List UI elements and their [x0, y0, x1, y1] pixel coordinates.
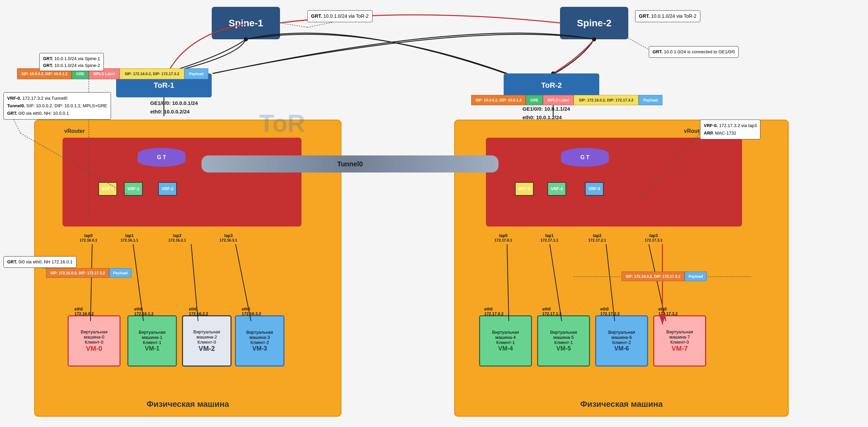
- vm2-eth-label: eth0172.16.2.2: [189, 307, 208, 316]
- vm6-eth-label: eth0172.17.2.2: [600, 307, 620, 316]
- pkt-inner-left: SIP: 172.16.0.2, DIP: 172.17.3.2: [120, 68, 184, 79]
- grt-spine2-info: GRT. 10.0.1.0/24 via ToR-2: [635, 10, 700, 22]
- vm5-eth-label: eth0172.17.1.2: [542, 307, 562, 316]
- pkt-gre-right: GRE: [526, 95, 543, 105]
- packet-strip-vm0: SIP: 172.16.0.2, DIP: 172.17.3.2 Payload: [46, 268, 131, 278]
- vrf3-right: VRF-3: [515, 182, 534, 196]
- tor2-node: ToR-2: [504, 73, 599, 97]
- grt-tor1-line1: GRT. 10.0.1.0/24 via Spine-1: [43, 55, 100, 62]
- pkt-sip-vm7: SIP: 172.16.0.2, DIP: 172.17.3.2: [621, 272, 685, 281]
- vm6-id: VM-6: [614, 345, 629, 352]
- gre-cylinder-left: G T: [138, 148, 185, 167]
- spine-2-node: Spine-2: [560, 7, 628, 39]
- tor1-eth-label: eth0: 10.0.0.2/24: [150, 109, 190, 114]
- phys-machine-2-label: Физическая машина: [455, 399, 788, 409]
- physical-machine-2: Физическая машина vRouter G T VRF-3 VRF-…: [454, 120, 789, 417]
- vm1-id: VM-1: [145, 345, 159, 352]
- vm5-id: VM-5: [556, 345, 571, 352]
- vm6-box: Виртуальная машина-6 Клиент-2 VM-6: [595, 315, 648, 367]
- vm0-id: VM-0: [86, 345, 102, 353]
- tap1-left-label: tap1 172.16.1.1: [121, 233, 138, 242]
- grt-spine1-info: GRT. 10.0.1.0/24 via ToR-2: [307, 10, 373, 22]
- vrf5-right: VRF-5: [585, 182, 604, 196]
- spine-1-node: Spine-1: [212, 7, 280, 39]
- tap3-left-label: tap3 172.16.3.1: [220, 233, 237, 242]
- vm7-eth-label: eth0172.17.3.2: [658, 307, 678, 316]
- pkt-payload-vm0: Payload: [109, 268, 131, 278]
- diagram-container: Spine-1 Spine-2 GRT. 10.0.1.0/24 via ToR…: [0, 0, 868, 427]
- tap0-right-label: tap0 172.17.0.1: [494, 233, 512, 242]
- grt-tor2-info: GRT. 10.0.1.0/24 is connected to GE1/0/0: [649, 46, 739, 58]
- vm3-box: Виртуальная машина-3 Клиент-2 VM-3: [235, 315, 284, 367]
- grt-spine1-text: GRT. 10.0.1.0/24 via ToR-2: [311, 13, 369, 19]
- tap2-right-label: tap2 172.17.2.1: [588, 233, 606, 242]
- vrouter-left: vRouter G T VRF-0 VRF-1 VRF-2: [62, 138, 302, 226]
- pkt-payload-vm7: Payload: [685, 272, 707, 281]
- vrf1-left: VRF-1: [124, 182, 143, 196]
- vm2-id: VM-2: [199, 345, 215, 353]
- gre-cylinder-right: G T: [561, 148, 609, 167]
- packet-strip-vm7: SIP: 172.16.0.2, DIP: 172.17.3.2 Payload: [621, 272, 707, 281]
- vm7-box: Виртуальная машина-7 Клиент-0 VM-7: [653, 315, 706, 367]
- vrf0-left-info: VRF-0. 172.17.3.2 via Tunnel0 Tunnel0. S…: [3, 92, 111, 120]
- vm1-eth-label: eth0172.16.1.2: [134, 307, 154, 316]
- vm0-box: Виртуальная машина-0 Клиент-0 VM-0: [68, 315, 121, 367]
- pkt-payload-right: Payload: [639, 95, 662, 105]
- vrouter-left-label: vRouter: [64, 128, 85, 134]
- vm3-eth-label: eth0172.16.3.2: [242, 307, 261, 316]
- pkt-sip-vm0: SIP: 172.16.0.2, DIP: 172.17.3.2: [46, 268, 109, 278]
- grt-tor2-text: GRT. 10.0.1.0/24 is connected to GE1/0/0: [653, 49, 735, 54]
- spine-2-label: Spine-2: [577, 18, 611, 29]
- vm5-box: Виртуальная машина-5 Клиент-1 VM-5: [537, 315, 590, 367]
- spine-1-label: Spine-1: [228, 18, 263, 29]
- tor1-ge-label: GE1/0/0: 10.0.0.1/24: [150, 100, 198, 106]
- vm7-id: VM-7: [672, 345, 688, 353]
- vm0-eth-label: eth0172.16.0.2: [74, 307, 94, 316]
- vrf0-right-info: VRF-0. 172.17.3.2 via tap3 ARP. MAC-1732: [700, 120, 760, 139]
- tap2-left-label: tap2 172.16.2.1: [168, 233, 186, 242]
- vrf4-right: VRF-4: [547, 182, 566, 196]
- vm1-box: Виртуальная машина-1 Клиент-1 VM-1: [127, 315, 177, 367]
- tor-watermark: ToR: [259, 109, 305, 137]
- tunnel0-label: Tunnel0: [337, 160, 363, 168]
- grt-tor1-info: GRT. 10.0.1.0/24 via Spine-1 GRT. 10.0.1…: [39, 53, 104, 71]
- vrouter-right: vRouter G T VRF-3 VRF-4 VRF-5: [486, 138, 742, 226]
- grt-tor1-line2: GRT. 10.0.1.0/24 via Spine-2: [43, 62, 100, 69]
- grt-spine2-text: GRT. 10.0.1.0/24 via ToR-2: [639, 13, 697, 19]
- phys-machine-1-label: Физическая машина: [35, 399, 340, 409]
- vrf2-left: VRF-2: [158, 182, 177, 196]
- svg-line-16: [280, 23, 307, 27]
- vrf0-left: VRF-0: [98, 182, 117, 196]
- pkt-sip-dip-right: SIP: 10.0.0.2, DIP: 10.0.1.2: [471, 95, 526, 105]
- pkt-mpls-right: MPLS Label: [543, 95, 574, 105]
- packet-strip-tor2: SIP: 10.0.0.2, DIP: 10.0.1.2 GRE MPLS La…: [471, 95, 662, 105]
- tap0-left-label: tap0 172.16.0.1: [80, 233, 97, 242]
- pkt-payload-left: Payload: [184, 68, 208, 79]
- vm4-id: VM-4: [498, 345, 513, 352]
- vm3-id: VM-3: [252, 345, 267, 352]
- pkt-inner-right: SIP: 172.16.0.2, DIP: 172.17.3.2: [574, 95, 639, 105]
- grt-vm0-info: GRT. 0/0 via eth0, NH 172.16.0.1: [3, 256, 76, 268]
- vm4-box: Виртуальная машина-4 Клиент-1 VM-4: [479, 315, 532, 367]
- tor1-label: ToR-1: [154, 81, 174, 90]
- vm4-eth-label: eth0172.17.0.2: [484, 307, 504, 316]
- tap3-right-label: tap3 172.17.3.1: [645, 233, 662, 242]
- vm2-box: Виртуальная машина-2 Клиент-0 VM-2: [182, 315, 232, 367]
- tor2-label: ToR-2: [541, 81, 562, 90]
- tunnel0-bar: Tunnel0: [201, 155, 499, 173]
- tor2-ge-label: GE1/0/0: 10.0.1.1/24: [522, 106, 570, 112]
- tap1-right-label: tap1 172.17.1.1: [541, 233, 558, 242]
